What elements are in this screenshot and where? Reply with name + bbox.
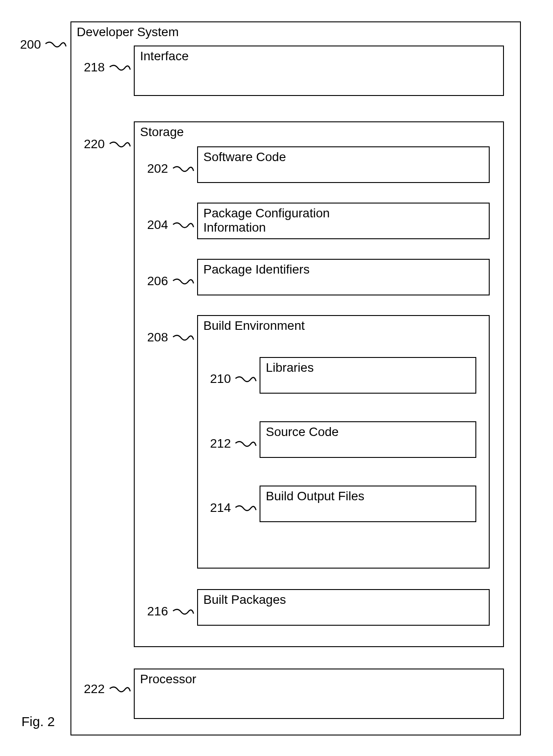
package-config-ref: 204 [147, 218, 168, 232]
squiggle-icon [109, 684, 131, 698]
built-packages-label: Built Packages [198, 590, 489, 610]
squiggle-icon [45, 39, 67, 53]
squiggle-icon [172, 606, 194, 620]
build-environment-ref: 208 [147, 330, 168, 345]
squiggle-icon [172, 220, 194, 233]
squiggle-icon [109, 139, 131, 153]
build-output-files-ref: 214 [210, 501, 231, 515]
interface-ref: 218 [84, 60, 105, 75]
build-environment-label: Build Environment [198, 316, 489, 336]
libraries-box: Libraries [260, 357, 476, 394]
software-code-ref: 202 [147, 162, 168, 176]
built-packages-ref: 216 [147, 604, 168, 619]
squiggle-icon [235, 439, 257, 452]
source-code-ref: 212 [210, 436, 231, 451]
processor-ref: 222 [84, 682, 105, 696]
developer-system-label: Developer System [71, 22, 520, 42]
squiggle-icon [172, 164, 194, 177]
squiggle-icon [172, 276, 194, 290]
storage-label: Storage [135, 122, 503, 142]
build-output-files-box: Build Output Files [260, 486, 476, 522]
interface-box: Interface [134, 46, 504, 96]
software-code-box: Software Code [197, 146, 490, 183]
package-config-box: Package Configuration Information [197, 203, 490, 239]
squiggle-icon [235, 503, 257, 516]
package-config-label: Package Configuration Information [198, 204, 376, 237]
source-code-box: Source Code [260, 421, 476, 458]
built-packages-box: Built Packages [197, 589, 490, 626]
package-identifiers-label: Package Identifiers [198, 260, 489, 279]
storage-ref: 220 [84, 137, 105, 151]
processor-label: Processor [135, 669, 503, 689]
developer-system-ref: 200 [20, 37, 41, 52]
squiggle-icon [172, 332, 194, 346]
build-output-files-label: Build Output Files [260, 486, 475, 506]
squiggle-icon [235, 374, 257, 387]
package-identifiers-box: Package Identifiers [197, 259, 490, 295]
software-code-label: Software Code [198, 147, 489, 167]
squiggle-icon [109, 62, 131, 76]
processor-box: Processor [134, 669, 504, 719]
libraries-label: Libraries [260, 358, 475, 378]
libraries-ref: 210 [210, 372, 231, 386]
figure-label: Fig. 2 [21, 714, 55, 729]
interface-label: Interface [135, 46, 503, 66]
source-code-label: Source Code [260, 422, 475, 442]
package-identifiers-ref: 206 [147, 274, 168, 288]
